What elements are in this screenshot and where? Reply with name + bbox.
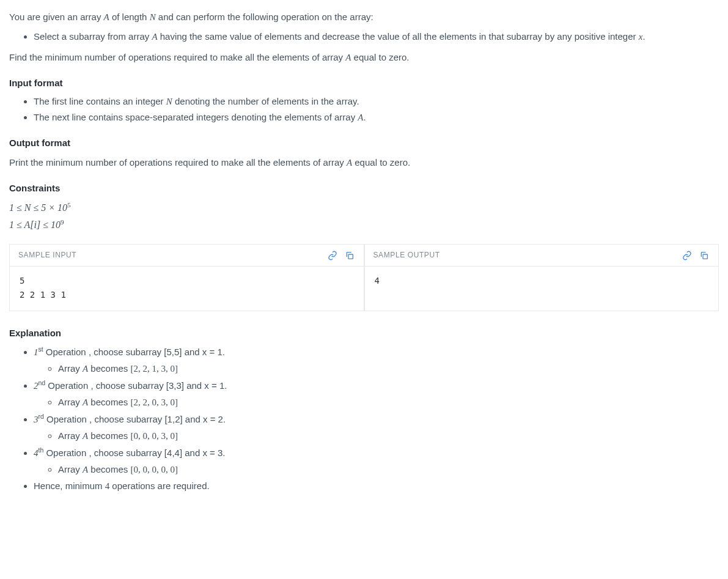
array-value: [2, 2, 0, 3, 0] bbox=[130, 397, 178, 407]
bullet-text: Select a subarray from array bbox=[34, 31, 152, 42]
array-label: Array bbox=[58, 397, 83, 407]
input-format-list: The first line contains an integer N den… bbox=[9, 94, 719, 125]
math-N: N bbox=[166, 97, 172, 106]
operation-text: Operation , choose subarray [3,3] and x … bbox=[45, 380, 227, 391]
array-label: Array bbox=[58, 430, 83, 441]
array-state: Array A becomes [2, 2, 1, 3, 0] bbox=[58, 361, 719, 376]
ordinal-sup: nd bbox=[39, 379, 46, 386]
math-A: A bbox=[358, 112, 363, 122]
find-text: equal to zero. bbox=[351, 52, 409, 62]
text: Print the minimum number of operations r… bbox=[9, 157, 347, 168]
array-label: Array bbox=[58, 363, 83, 374]
math-A: A bbox=[152, 32, 157, 42]
sample-input-title: SAMPLE INPUT bbox=[18, 249, 321, 261]
sample-output-body: 4 bbox=[365, 267, 719, 311]
find-line: Find the minimum number of operations re… bbox=[9, 50, 719, 65]
array-state: Array A becomes [0, 0, 0, 0, 0] bbox=[58, 462, 719, 477]
explanation-list: 1st Operation , choose subarray [5,5] an… bbox=[9, 344, 719, 493]
bullet-text: . bbox=[642, 31, 645, 42]
operation-text: Operation , choose subarray [1,2] and x … bbox=[44, 414, 226, 424]
text: operations are required. bbox=[109, 481, 209, 491]
explanation-item: 4th Operation , choose subarray [4,4] an… bbox=[34, 445, 719, 477]
operation-text: Operation , choose subarray [4,4] and x … bbox=[43, 448, 225, 458]
array-value: [0, 0, 0, 3, 0] bbox=[130, 431, 178, 441]
array-state: Array A becomes [2, 2, 0, 3, 0] bbox=[58, 395, 719, 410]
ordinal: 1 bbox=[34, 347, 39, 357]
sub-list: Array A becomes [0, 0, 0, 3, 0] bbox=[34, 429, 719, 443]
constraints-block: 1 ≤ N ≤ 5 × 105 1 ≤ A[i] ≤ 109 bbox=[9, 199, 719, 233]
becomes-text: becomes bbox=[88, 430, 130, 441]
sample-output-header: SAMPLE OUTPUT bbox=[365, 245, 719, 267]
sub-list: Array A becomes [2, 2, 1, 3, 0] bbox=[34, 361, 719, 376]
math-expr: ≤ 10 bbox=[40, 219, 61, 230]
constraint-2: 1 ≤ A[i] ≤ 109 bbox=[9, 216, 719, 234]
explanation-final: Hence, minimum 4 operations are required… bbox=[34, 479, 719, 493]
math-A: A bbox=[83, 397, 88, 407]
explanation-item: 2nd Operation , choose subarray [3,3] an… bbox=[34, 378, 719, 410]
array-state: Array A becomes [0, 0, 0, 3, 0] bbox=[58, 429, 719, 443]
input-format-item: The next line contains space-separated i… bbox=[34, 110, 719, 125]
sample-input-header: SAMPLE INPUT bbox=[10, 245, 364, 267]
intro-text: of length bbox=[109, 12, 150, 22]
sample-container: SAMPLE INPUT 5 2 2 1 3 1 SAMPLE OUTPUT 4 bbox=[9, 244, 719, 311]
math-sup: 5 bbox=[67, 201, 71, 208]
output-format-heading: Output format bbox=[9, 136, 719, 150]
math-A: A bbox=[83, 364, 88, 374]
output-format-text: Print the minimum number of operations r… bbox=[9, 155, 719, 170]
text: equal to zero. bbox=[352, 157, 410, 168]
text: The first line contains an integer bbox=[34, 96, 166, 106]
ordinal: 2 bbox=[34, 381, 39, 391]
array-value: [2, 2, 1, 3, 0] bbox=[130, 364, 178, 374]
constraint-1: 1 ≤ N ≤ 5 × 105 bbox=[9, 199, 719, 216]
sample-output-title: SAMPLE OUTPUT bbox=[373, 249, 676, 261]
array-value: [0, 0, 0, 0, 0] bbox=[130, 465, 178, 474]
bullet-text: having the same value of elements and de… bbox=[158, 31, 639, 42]
becomes-text: becomes bbox=[88, 363, 130, 374]
operation-bullet: Select a subarray from array A having th… bbox=[34, 29, 719, 44]
math-A: A bbox=[83, 465, 88, 474]
explanation-heading: Explanation bbox=[9, 326, 719, 341]
math-A: A bbox=[104, 12, 109, 22]
operation-list: Select a subarray from array A having th… bbox=[9, 29, 719, 44]
link-icon[interactable] bbox=[682, 250, 693, 261]
svg-rect-0 bbox=[348, 254, 353, 259]
link-icon[interactable] bbox=[327, 250, 338, 261]
explanation-item: 1st Operation , choose subarray [5,5] an… bbox=[34, 344, 719, 376]
intro-text: and can perform the following operation … bbox=[156, 12, 373, 22]
constraints-heading: Constraints bbox=[9, 181, 719, 196]
svg-rect-1 bbox=[703, 254, 707, 259]
sample-input-box: SAMPLE INPUT 5 2 2 1 3 1 bbox=[9, 244, 364, 311]
ordinal-sup: st bbox=[39, 345, 43, 353]
ordinal: 4 bbox=[34, 448, 39, 458]
ordinal: 3 bbox=[34, 415, 39, 424]
intro-text: You are given an array bbox=[9, 12, 104, 22]
math-expr: 1 ≤ N ≤ 5 × 10 bbox=[9, 202, 67, 213]
sample-input-body: 5 2 2 1 3 1 bbox=[10, 267, 364, 311]
operation-text: Operation , choose subarray [5,5] and x … bbox=[43, 347, 225, 357]
sub-list: Array A becomes [2, 2, 0, 3, 0] bbox=[34, 395, 719, 410]
sample-output-box: SAMPLE OUTPUT 4 bbox=[364, 244, 719, 311]
copy-icon[interactable] bbox=[699, 250, 710, 261]
math-A: A bbox=[347, 158, 352, 168]
math-expr: 1 ≤ bbox=[9, 219, 24, 230]
math-A: A bbox=[83, 431, 88, 441]
array-label: Array bbox=[58, 464, 83, 474]
text: The next line contains space-separated i… bbox=[34, 112, 358, 122]
ordinal-sup: rd bbox=[39, 413, 44, 420]
math-N: N bbox=[150, 12, 156, 22]
input-format-item: The first line contains an integer N den… bbox=[34, 94, 719, 109]
copy-icon[interactable] bbox=[344, 250, 355, 261]
text: . bbox=[364, 112, 366, 122]
explanation-item: 3rd Operation , choose subarray [1,2] an… bbox=[34, 411, 719, 443]
math-sup: 9 bbox=[61, 218, 64, 226]
text: Hence, minimum bbox=[34, 481, 105, 491]
find-text: Find the minimum number of operations re… bbox=[9, 52, 345, 62]
math-expr: A[i] bbox=[24, 219, 41, 230]
input-format-heading: Input format bbox=[9, 76, 719, 90]
text: denoting the number of elements in the a… bbox=[172, 96, 359, 106]
becomes-text: becomes bbox=[88, 464, 130, 474]
ordinal-sup: th bbox=[39, 446, 44, 454]
becomes-text: becomes bbox=[88, 397, 130, 407]
sub-list: Array A becomes [0, 0, 0, 0, 0] bbox=[34, 462, 719, 477]
intro-line-1: You are given an array A of length N and… bbox=[9, 10, 719, 24]
